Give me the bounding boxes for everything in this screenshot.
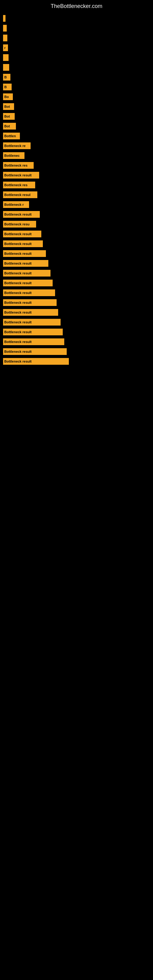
- bar-row: r: [3, 43, 147, 52]
- bar: [3, 64, 9, 71]
- bar: Bottleneck result: [3, 358, 69, 365]
- bar: Bottleneck r: [3, 201, 29, 208]
- bar: Bottlen: [3, 133, 20, 139]
- bar-label: Bottleneck res: [4, 164, 27, 167]
- bar-row: Bottleneck result: [3, 337, 147, 346]
- bar: Bot: [3, 113, 15, 120]
- bar: Bo: [3, 94, 13, 100]
- bar: Bottleneck result: [3, 348, 67, 355]
- bars-container: rBBBoBotBotBotBottlenBottleneck reBottle…: [0, 11, 153, 370]
- bar-label: Bottleneck result: [4, 301, 32, 304]
- bar-row: Bot: [3, 112, 147, 121]
- bar-label: Bottleneck result: [4, 340, 32, 344]
- bar: Bottleneck resu: [3, 221, 36, 228]
- bar: B: [3, 84, 12, 90]
- bar-row: Bot: [3, 102, 147, 111]
- bar-row: Bottleneck result: [3, 308, 147, 317]
- bar-row: [3, 53, 147, 62]
- bar-label: Bottleneck result: [4, 261, 32, 265]
- bar-label: Bot: [4, 115, 10, 118]
- bar-row: Bottleneck result: [3, 171, 147, 180]
- site-title: TheBottlenecker.com: [0, 0, 153, 11]
- bar-row: Bottleneck result: [3, 357, 147, 366]
- bar-label: Bottleneck r: [4, 203, 24, 207]
- bar-row: Bottleneck resu: [3, 220, 147, 229]
- bar: Bottleneck result: [3, 250, 46, 257]
- bar-row: Bottleneck resul: [3, 191, 147, 199]
- bar: Bot: [3, 123, 16, 130]
- bar-row: [3, 14, 147, 23]
- bar-row: [3, 63, 147, 72]
- bar-label: Bottleneck result: [4, 291, 32, 294]
- bar: Bottleneck result: [3, 260, 48, 267]
- bar-label: Bottleneck result: [4, 213, 32, 216]
- bar-row: Bot: [3, 122, 147, 130]
- bar-row: [3, 34, 147, 42]
- bar-label: Bo: [4, 95, 9, 99]
- bar-label: Bottleneck result: [4, 330, 32, 334]
- bar-label: Bottleneck result: [4, 252, 32, 255]
- bar: Bottleneck re: [3, 142, 30, 149]
- bar-label: Bottleneck result: [4, 271, 32, 275]
- bar: B: [3, 74, 10, 81]
- bar-label: Bottleneck resu: [4, 222, 30, 226]
- bar-label: Bottlenec: [4, 154, 19, 158]
- bar-label: Bottleneck result: [4, 232, 32, 236]
- bar-row: Bottlen: [3, 132, 147, 140]
- bar-row: Bottleneck res: [3, 161, 147, 170]
- bar: Bottleneck result: [3, 240, 43, 247]
- bar-label: Bottleneck result: [4, 360, 32, 363]
- bar-label: Bot: [4, 105, 10, 108]
- bar-label: Bottleneck result: [4, 350, 32, 353]
- bar-label: B: [4, 75, 7, 79]
- bar-row: B: [3, 73, 147, 81]
- bar-row: Bottleneck result: [3, 269, 147, 277]
- bar-row: Bo: [3, 92, 147, 101]
- bar: Bottleneck result: [3, 299, 57, 306]
- bar-row: Bottleneck result: [3, 210, 147, 219]
- bar-row: Bottleneck result: [3, 240, 147, 248]
- bar: Bottleneck result: [3, 290, 55, 296]
- bar-row: Bottleneck result: [3, 328, 147, 336]
- bar-row: Bottleneck result: [3, 259, 147, 268]
- bar: [3, 15, 5, 22]
- bar: [3, 35, 7, 41]
- bar-row: Bottleneck result: [3, 230, 147, 238]
- bar: Bot: [3, 103, 14, 110]
- bar-row: Bottleneck r: [3, 200, 147, 209]
- bar-row: [3, 24, 147, 32]
- bar-row: Bottleneck result: [3, 347, 147, 356]
- bar-label: Bottleneck res: [4, 183, 27, 187]
- bar-row: Bottleneck res: [3, 181, 147, 189]
- bar: [3, 25, 7, 32]
- bar-label: Bottlen: [4, 134, 16, 138]
- bar: Bottlenec: [3, 152, 24, 159]
- bar-row: Bottleneck result: [3, 249, 147, 258]
- bar-row: Bottleneck result: [3, 318, 147, 326]
- bar: Bottleneck result: [3, 211, 40, 218]
- bar-row: Bottleneck re: [3, 142, 147, 150]
- bar-label: Bot: [4, 124, 10, 128]
- bar: [3, 54, 9, 61]
- bar: Bottleneck result: [3, 339, 64, 345]
- bar: Bottleneck result: [3, 270, 51, 277]
- bar-label: Bottleneck resul: [4, 193, 30, 197]
- bar: Bottleneck res: [3, 162, 33, 169]
- bar: Bottleneck result: [3, 329, 63, 335]
- bar: r: [3, 45, 8, 51]
- bar-label: r: [4, 46, 5, 49]
- bar-row: B: [3, 83, 147, 91]
- bar-row: Bottlenec: [3, 151, 147, 160]
- bar-label: Bottleneck result: [4, 173, 32, 177]
- bar: Bottleneck resul: [3, 191, 37, 198]
- bar-label: Bottleneck re: [4, 144, 26, 148]
- bar: Bottleneck result: [3, 309, 58, 316]
- bar-row: Bottleneck result: [3, 288, 147, 297]
- bar: Bottleneck result: [3, 319, 61, 326]
- bar-label: Bottleneck result: [4, 242, 32, 246]
- bar-label: Bottleneck result: [4, 310, 32, 314]
- bar-label: B: [4, 85, 7, 89]
- bar-label: Bottleneck result: [4, 320, 32, 324]
- bar-label: Bottleneck result: [4, 281, 32, 285]
- bar: Bottleneck result: [3, 280, 53, 286]
